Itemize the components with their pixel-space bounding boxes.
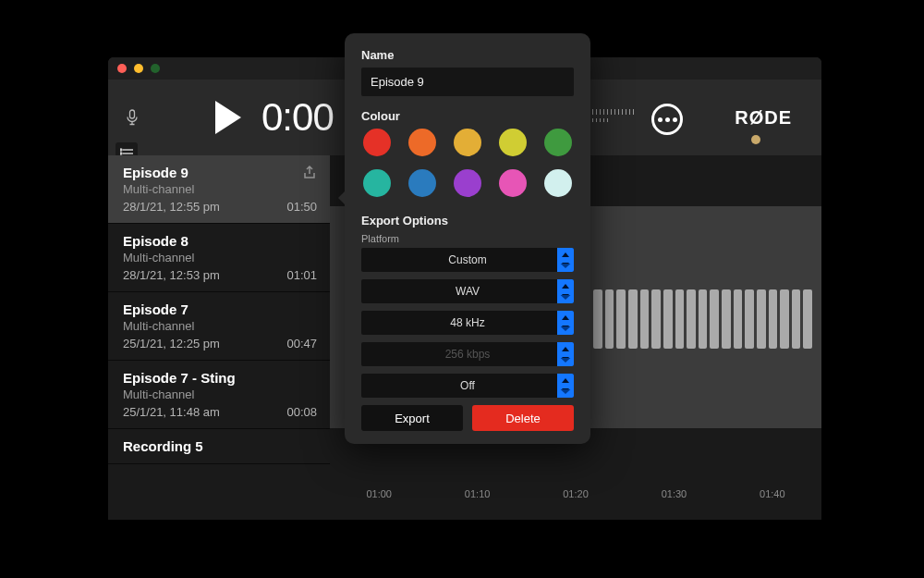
- recording-title: Episode 7: [123, 301, 317, 317]
- timeline-ticks: 01:0001:1001:2001:3001:40: [330, 488, 821, 514]
- window-zoom-button[interactable]: [151, 64, 160, 73]
- timeline-tick: 01:40: [723, 488, 821, 514]
- recording-meta: 25/1/21, 12:25 pm00:47: [123, 337, 317, 350]
- window-close-button[interactable]: [117, 64, 127, 73]
- svg-rect-0: [130, 110, 135, 118]
- timeline-tick: 01:00: [330, 488, 428, 514]
- timeline-tick: 01:30: [625, 488, 723, 514]
- export-select[interactable]: Custom: [361, 248, 574, 272]
- colour-swatch[interactable]: [408, 169, 436, 197]
- recordings-sidebar[interactable]: Episode 9Multi-channel28/1/21, 12:55 pm0…: [108, 155, 330, 520]
- colour-swatch[interactable]: [544, 169, 572, 197]
- recording-meta: 28/1/21, 12:55 pm01:50: [123, 200, 317, 214]
- recording-subtitle: Multi-channel: [123, 182, 317, 196]
- select-value: 48 kHz: [450, 316, 484, 329]
- recording-settings-popover: Name Colour Export Options Platform Cust…: [345, 33, 590, 444]
- colour-swatch[interactable]: [544, 129, 572, 156]
- recording-subtitle: Multi-channel: [123, 387, 317, 401]
- dot-icon: [658, 117, 663, 122]
- dot-icon: [673, 117, 677, 122]
- play-button[interactable]: [215, 101, 241, 134]
- recording-title: Episode 7 - Sting: [123, 370, 317, 386]
- colour-swatch[interactable]: [499, 129, 527, 156]
- svg-point-4: [120, 149, 122, 151]
- colour-swatch[interactable]: [408, 129, 436, 156]
- colour-swatch[interactable]: [363, 129, 391, 156]
- stepper-icon: [557, 248, 574, 272]
- export-select[interactable]: Off: [361, 374, 574, 398]
- recording-meta: 25/1/21, 11:48 am00:08: [123, 405, 317, 419]
- recording-subtitle: Multi-channel: [123, 251, 317, 264]
- export-select[interactable]: WAV: [361, 279, 574, 303]
- select-value: 256 kbps: [445, 348, 491, 361]
- brand-accent-dot: [751, 135, 760, 144]
- mic-button[interactable]: [116, 109, 149, 126]
- stepper-icon: [557, 311, 574, 335]
- time-display: 0:00: [261, 95, 334, 140]
- popover-actions: Export Delete: [361, 405, 574, 431]
- recording-name-input[interactable]: [361, 68, 574, 96]
- export-select[interactable]: 48 kHz: [361, 311, 574, 335]
- more-menu-button[interactable]: [651, 104, 683, 135]
- colour-swatch[interactable]: [454, 129, 481, 156]
- recording-title: Recording 5: [123, 438, 317, 454]
- recording-item[interactable]: Recording 5: [108, 429, 330, 464]
- recording-item[interactable]: Episode 8Multi-channel28/1/21, 12:53 pm0…: [108, 224, 330, 292]
- recording-title: Episode 9: [123, 165, 317, 180]
- select-value: Off: [460, 379, 475, 392]
- delete-button[interactable]: Delete: [472, 405, 574, 431]
- colour-swatch[interactable]: [363, 169, 391, 197]
- recording-subtitle: Multi-channel: [123, 319, 317, 333]
- recording-item[interactable]: Episode 7Multi-channel25/1/21, 12:25 pm0…: [108, 292, 330, 361]
- name-field-label: Name: [361, 48, 574, 62]
- dot-icon: [665, 117, 670, 122]
- colour-swatch[interactable]: [454, 169, 481, 197]
- colour-swatches: [361, 129, 574, 197]
- recording-meta: 28/1/21, 12:53 pm01:01: [123, 268, 317, 282]
- select-value: WAV: [456, 285, 480, 298]
- recording-item[interactable]: Episode 7 - StingMulti-channel25/1/21, 1…: [108, 361, 330, 429]
- brand-logo: RØDE: [735, 107, 792, 129]
- microphone-icon: [126, 109, 139, 126]
- timeline-tick: 01:20: [527, 488, 625, 514]
- stepper-icon: [557, 279, 574, 303]
- export-select: 256 kbps: [361, 342, 574, 366]
- colour-swatch[interactable]: [499, 169, 527, 197]
- colour-field-label: Colour: [361, 109, 574, 123]
- select-value: Custom: [448, 253, 486, 266]
- recording-title: Episode 8: [123, 233, 317, 249]
- export-button[interactable]: Export: [361, 405, 463, 431]
- svg-point-5: [120, 153, 122, 154]
- platform-label: Platform: [361, 233, 574, 244]
- stepper-icon: [557, 374, 574, 398]
- share-icon[interactable]: [302, 165, 317, 179]
- recording-item[interactable]: Episode 9Multi-channel28/1/21, 12:55 pm0…: [108, 155, 330, 224]
- export-options-heading: Export Options: [361, 214, 574, 228]
- timeline-tick: 01:10: [428, 488, 526, 514]
- window-minimize-button[interactable]: [134, 64, 143, 73]
- stepper-icon: [557, 342, 574, 366]
